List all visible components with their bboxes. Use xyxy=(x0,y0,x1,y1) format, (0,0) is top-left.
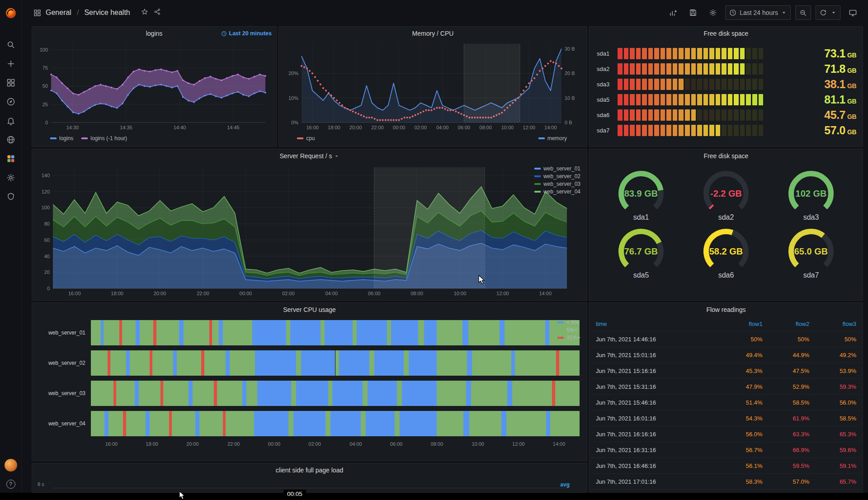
disk-bar-value: 57.0GB xyxy=(763,124,856,137)
legend-label: < 5% xyxy=(566,319,579,325)
table-cell-value: 50% xyxy=(809,336,856,343)
table-row: Jun 7th, 2021 17:01:1658.3%57.0%65.7% xyxy=(591,474,861,490)
explore-compass-icon[interactable] xyxy=(0,92,22,111)
panel-page-load-header[interactable]: client side full page load xyxy=(32,463,587,477)
legend-swatch xyxy=(557,321,564,323)
table-row: Jun 7th, 2021 14:46:1650%50%50% xyxy=(591,331,861,347)
svg-text:20 B: 20 B xyxy=(565,71,575,76)
timeline-row: web_server_04 xyxy=(38,411,580,436)
settings-gear-icon[interactable] xyxy=(0,168,22,187)
table-header-time[interactable]: time xyxy=(596,321,716,327)
apps-grid-icon[interactable] xyxy=(33,9,41,17)
panel-memory-cpu-header[interactable]: Memory / CPU xyxy=(279,27,587,40)
legend-item[interactable]: web_server_01 xyxy=(534,165,580,172)
table-cell-value: 65.7% xyxy=(809,478,856,485)
svg-text:50: 50 xyxy=(42,83,48,89)
table-cell-value: 58.5% xyxy=(809,415,856,422)
svg-text:10:00: 10:00 xyxy=(454,291,467,296)
disk-bar-row: sda581.1GB xyxy=(597,92,856,107)
plugin-colored-icon[interactable] xyxy=(0,149,22,168)
legend-item[interactable]: cpu xyxy=(297,135,315,142)
legend-item[interactable]: web_server_02 xyxy=(534,173,580,179)
user-avatar[interactable] xyxy=(0,456,22,475)
page-load-legend[interactable]: avg xyxy=(560,481,570,488)
panel-time-override[interactable]: Last 20 minutes xyxy=(221,27,272,40)
cycle-view-icon[interactable] xyxy=(845,5,861,20)
panel-disk-bars-header[interactable]: Free disk space xyxy=(590,27,863,40)
panel-cpu-usage-header[interactable]: Server CPU usage xyxy=(32,303,587,316)
legend-item[interactable]: web_server_03 xyxy=(534,181,580,187)
legend-label: memory xyxy=(547,135,567,142)
dashboards-icon[interactable] xyxy=(0,73,22,92)
legend-item[interactable]: web_server_04 xyxy=(534,189,580,195)
add-panel-icon[interactable] xyxy=(665,5,681,20)
memory-cpu-chart: 16:0018:0020:0022:0000:0002:0004:0006:00… xyxy=(284,40,581,131)
panel-requests-header[interactable]: Server Request / s xyxy=(32,149,587,163)
svg-text:14:30: 14:30 xyxy=(66,125,79,130)
svg-text:16:00: 16:00 xyxy=(306,125,319,130)
panel-memory-cpu: Memory / CPU 16:0018:0020:0022:0000:0002… xyxy=(278,26,587,147)
table-header-flow2[interactable]: flow2 xyxy=(763,321,810,327)
video-progress-bar[interactable] xyxy=(0,493,868,500)
panel-cpu-usage: Server CPU usage web_server_01web_server… xyxy=(32,302,587,461)
table-cell-time: Jun 7th, 2021 14:46:16 xyxy=(596,336,716,343)
disk-bar-value: 38.1GB xyxy=(763,78,856,91)
legend-item[interactable]: 5%+ xyxy=(557,327,580,333)
disk-bar-label: sda7 xyxy=(597,127,618,134)
grafana-logo[interactable] xyxy=(0,4,22,23)
admin-shield-icon[interactable] xyxy=(0,187,22,206)
svg-text:12:00: 12:00 xyxy=(523,125,535,130)
globe-icon[interactable] xyxy=(0,130,22,149)
svg-text:16:00: 16:00 xyxy=(68,291,81,296)
disk-bar-gauge: sda173.1GBsda271.8GBsda338.1GBsda581.1GB… xyxy=(590,40,863,138)
table-cell-value: 59.5% xyxy=(763,462,810,469)
svg-text:06:00: 06:00 xyxy=(458,125,471,130)
table-cell-time: Jun 7th, 2021 16:01:16 xyxy=(596,415,716,422)
breadcrumb-section[interactable]: General xyxy=(46,9,71,17)
gauge-arc: 58.2 GB xyxy=(690,226,762,273)
help-icon[interactable]: ? xyxy=(0,475,22,494)
svg-text:-2.2 GB: -2.2 GB xyxy=(710,189,742,198)
star-icon[interactable] xyxy=(141,8,148,17)
legend-swatch xyxy=(50,137,57,139)
table-cell-value: 59.1% xyxy=(809,462,856,469)
table-header-flow1[interactable]: flow1 xyxy=(716,321,763,327)
legend-item[interactable]: logins xyxy=(50,135,73,142)
zoom-out-icon[interactable] xyxy=(795,5,811,20)
legend-item[interactable]: < 5% xyxy=(557,319,580,325)
table-header-flow3[interactable]: flow3 xyxy=(809,321,856,327)
time-range-button[interactable]: Last 24 hours xyxy=(725,5,791,20)
panel-title: Memory / CPU xyxy=(412,30,454,37)
gauge-arc: -2.2 GB xyxy=(690,168,762,215)
legend-label: cpu xyxy=(306,135,315,142)
legend-item[interactable]: memory xyxy=(538,135,567,142)
breadcrumb-page[interactable]: Service health xyxy=(84,9,130,17)
panel-logins: logins Last 20 minutes 14:3014:3514:4014… xyxy=(32,26,277,147)
legend-item[interactable]: logins (-1 hour) xyxy=(81,135,127,142)
svg-text:0: 0 xyxy=(47,286,50,291)
panel-flow-table-header[interactable]: Flow readings xyxy=(590,303,863,316)
refresh-button[interactable] xyxy=(816,5,840,20)
dashboard-settings-icon[interactable] xyxy=(705,5,721,20)
legend-swatch xyxy=(81,137,88,139)
search-icon[interactable] xyxy=(0,35,22,54)
legend-label: web_server_03 xyxy=(543,181,580,187)
table-cell-value: 59.6% xyxy=(809,447,856,453)
table-cell-time: Jun 7th, 2021 16:16:16 xyxy=(596,431,716,438)
share-icon[interactable] xyxy=(154,8,161,17)
alerting-bell-icon[interactable] xyxy=(0,111,22,130)
legend-swatch xyxy=(534,191,541,193)
table-cell-value: 45.3% xyxy=(716,368,763,374)
timeline-row-label: web_server_04 xyxy=(38,411,91,436)
plus-icon[interactable] xyxy=(0,54,22,73)
table-row: Jun 7th, 2021 16:31:1656.7%66.9%59.6% xyxy=(591,442,861,458)
save-icon[interactable] xyxy=(685,5,701,20)
panel-logins-header[interactable]: logins Last 20 minutes xyxy=(32,27,276,40)
svg-text:14:35: 14:35 xyxy=(120,125,132,130)
svg-text:75: 75 xyxy=(42,65,48,71)
panel-disk-gauges-header[interactable]: Free disk space xyxy=(590,149,863,163)
legend-item[interactable]: 31%+ xyxy=(557,335,580,341)
cpu-usage-legend: < 5%5%+31%+ xyxy=(557,319,580,341)
page-load-gridline xyxy=(53,488,568,488)
svg-text:60: 60 xyxy=(44,237,50,243)
